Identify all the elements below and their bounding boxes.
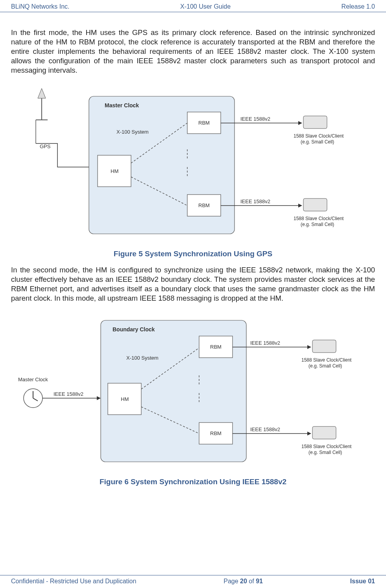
- header-center: X-100 User Guide: [180, 3, 231, 10]
- svg-rect-29: [312, 426, 336, 439]
- figure-6-caption: Figure 6 System Synchronization Using IE…: [11, 478, 375, 486]
- svg-text:IEEE 1588v2: IEEE 1588v2: [240, 198, 270, 204]
- figure-5-caption: Figure 5 System Synchronization Using GP…: [11, 250, 375, 258]
- master-clock-icon: Master Clock: [18, 377, 48, 408]
- header-left: BLiNQ Networks Inc.: [11, 3, 69, 10]
- paragraph-1: In the first mode, the HM uses the GPS a…: [11, 28, 375, 75]
- svg-text:IEEE 1588v2: IEEE 1588v2: [240, 116, 270, 122]
- svg-text:1588 Slave Clock/Client: 1588 Slave Clock/Client: [301, 444, 352, 449]
- header-right: Release 1.0: [342, 3, 375, 10]
- page-content: In the first mode, the HM uses the GPS a…: [0, 12, 386, 497]
- svg-text:(e.g. Small Cell): (e.g. Small Cell): [301, 139, 334, 145]
- rbm-label-bottom-6: RBM: [210, 430, 222, 436]
- svg-rect-12: [303, 198, 327, 211]
- svg-text:IEEE 1588v2: IEEE 1588v2: [250, 426, 280, 432]
- footer-left: Confidential - Restricted Use and Duplic…: [11, 578, 136, 585]
- svg-text:(e.g. Small Cell): (e.g. Small Cell): [308, 363, 342, 369]
- client-device-bottom: 1588 Slave Clock/Client (e.g. Small Cell…: [294, 198, 344, 227]
- svg-text:1588 Slave Clock/Client: 1588 Slave Clock/Client: [294, 133, 344, 139]
- svg-rect-26: [312, 340, 336, 353]
- svg-marker-22: [307, 345, 311, 349]
- svg-rect-9: [303, 116, 327, 129]
- client-device-top-6: 1588 Slave Clock/Client (e.g. Small Cell…: [301, 340, 352, 369]
- hm-label-6: HM: [121, 396, 129, 402]
- client-device-bottom-6: 1588 Slave Clock/Client (e.g. Small Cell…: [301, 426, 352, 455]
- svg-text:1588 Slave Clock/Client: 1588 Slave Clock/Client: [301, 357, 352, 363]
- footer-right: Issue 01: [350, 578, 375, 585]
- rbm-label-top-6: RBM: [210, 344, 222, 350]
- gps-label: GPS: [40, 143, 51, 149]
- page-header: BLiNQ Networks Inc. X-100 User Guide Rel…: [0, 0, 386, 12]
- rbm-label-top: RBM: [198, 120, 210, 126]
- figure-6-svg: Master Clock IEEE 1588v2 Boundary Clock …: [18, 312, 368, 470]
- svg-marker-8: [298, 204, 302, 208]
- paragraph-2: In the second mode, the HM is configured…: [11, 265, 375, 303]
- svg-text:IEEE 1588v2: IEEE 1588v2: [250, 340, 280, 346]
- svg-marker-25: [307, 432, 311, 435]
- svg-text:(e.g. Small Cell): (e.g. Small Cell): [301, 222, 334, 227]
- figure-6: Master Clock IEEE 1588v2 Boundary Clock …: [11, 312, 375, 471]
- svg-marker-5: [298, 121, 302, 125]
- svg-text:1588 Slave Clock/Client: 1588 Slave Clock/Client: [294, 216, 344, 221]
- hm-label: HM: [111, 168, 118, 174]
- svg-marker-19: [97, 396, 101, 400]
- master-clock-title: Master Clock: [105, 102, 139, 108]
- svg-text:(e.g. Small Cell): (e.g. Small Cell): [308, 450, 342, 455]
- client-device-top: 1588 Slave Clock/Client (e.g. Small Cell…: [294, 116, 344, 145]
- ieee-in-label: IEEE 1588v2: [54, 391, 83, 397]
- svg-text:Master Clock: Master Clock: [18, 377, 48, 382]
- system-label: X-100 System: [116, 129, 149, 135]
- figure-5-svg: GPS Master Clock X-100 System HM RBM RBM: [18, 85, 368, 242]
- figure-5: GPS Master Clock X-100 System HM RBM RBM: [11, 85, 375, 243]
- boundary-clock-title: Boundary Clock: [113, 326, 155, 333]
- gps-antenna-icon: GPS: [36, 88, 90, 167]
- rbm-label-bottom: RBM: [198, 202, 210, 208]
- footer-center: Page 20 of 91: [223, 578, 263, 585]
- system-label-6: X-100 System: [126, 355, 159, 361]
- page-footer: Confidential - Restricted Use and Duplic…: [0, 575, 386, 585]
